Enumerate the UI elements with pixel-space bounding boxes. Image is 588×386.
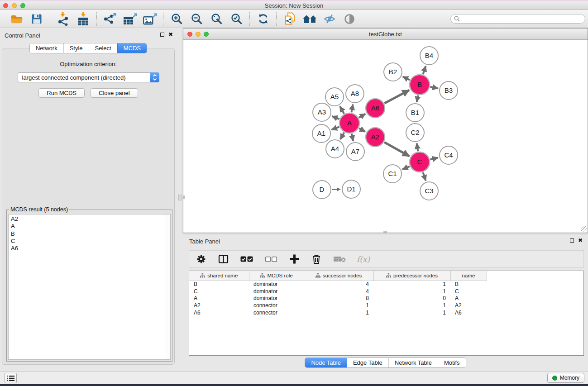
node-C4[interactable]: C4	[440, 146, 458, 164]
zoom-in-button[interactable]	[169, 12, 184, 26]
zoom-selected-button[interactable]	[229, 12, 244, 26]
table-row[interactable]: Bdominator41B	[189, 281, 583, 288]
panel-divider-grip[interactable]	[178, 195, 182, 200]
save-session-button[interactable]	[29, 12, 44, 26]
node-C1[interactable]: C1	[383, 165, 402, 183]
search-field[interactable]	[450, 14, 585, 24]
tab-network-table[interactable]: Network Table	[388, 358, 438, 367]
hide-graphics-details-button[interactable]	[322, 12, 337, 26]
edge-A-A4[interactable]	[340, 133, 344, 139]
zoom-out-button[interactable]	[189, 12, 204, 26]
edge-B-B3[interactable]	[430, 87, 438, 88]
edge-A-A8[interactable]	[351, 105, 353, 113]
mcds-result-item[interactable]: A2	[11, 215, 163, 223]
edge-A-A6[interactable]	[359, 114, 366, 118]
node-A6[interactable]: A6	[366, 99, 385, 118]
edge-C-C2[interactable]	[417, 143, 418, 152]
edge-A6-B[interactable]	[384, 90, 409, 103]
mcds-result-item[interactable]: A6	[11, 245, 163, 252]
mcds-result-item[interactable]: B	[11, 230, 163, 238]
edge-A-A3[interactable]	[332, 116, 339, 119]
add-column-button[interactable]	[288, 253, 300, 265]
export-image-button[interactable]	[143, 12, 157, 26]
edge-A-A2[interactable]	[359, 128, 365, 132]
network-zoom-button[interactable]	[204, 32, 209, 37]
tab-network[interactable]: Network	[30, 43, 63, 53]
column-header-name[interactable]: name	[450, 271, 487, 281]
search-input[interactable]	[462, 16, 582, 22]
clone-network-button[interactable]	[282, 12, 297, 26]
tab-node-table[interactable]: Node Table	[305, 358, 347, 367]
edge-A2-C[interactable]	[384, 142, 409, 156]
criterion-dropdown[interactable]: largest connected component (directed)	[18, 72, 159, 82]
run-mcds-button[interactable]: Run MCDS	[38, 88, 85, 98]
task-history-button[interactable]	[5, 373, 17, 383]
close-window-button[interactable]	[3, 3, 8, 8]
close-table-panel-icon[interactable]: ✖	[578, 238, 583, 243]
edge-B-B1[interactable]	[417, 95, 418, 102]
node-B2[interactable]: B2	[384, 63, 402, 81]
table-row[interactable]: Adominator80A	[189, 295, 583, 302]
select-all-button[interactable]	[239, 253, 254, 265]
edge-A-A1[interactable]	[332, 127, 339, 129]
node-D[interactable]: D	[313, 181, 331, 199]
node-B[interactable]: B	[410, 75, 430, 95]
import-network-button[interactable]	[56, 12, 71, 26]
node-A2[interactable]: A2	[366, 128, 385, 147]
node-A1[interactable]: A1	[312, 124, 330, 143]
minimize-window-button[interactable]	[12, 3, 17, 8]
edge-C-C1[interactable]	[402, 167, 410, 170]
tab-motifs[interactable]: Motifs	[438, 358, 466, 367]
node-A4[interactable]: A4	[326, 140, 344, 158]
edge-B-B4[interactable]	[423, 66, 425, 74]
table-row[interactable]: Cdominator41C	[189, 288, 583, 295]
table-row[interactable]: A6connector11A6	[189, 309, 583, 316]
edge-A-A7[interactable]	[352, 134, 353, 141]
node-D1[interactable]: D1	[342, 180, 360, 198]
column-header-shared-name[interactable]: shared name	[189, 271, 249, 281]
delete-column-button[interactable]	[311, 253, 322, 265]
column-header-successor-nodes[interactable]: successor nodes	[304, 271, 373, 281]
node-A[interactable]: A	[339, 113, 359, 133]
node-C[interactable]: C	[410, 152, 430, 172]
tab-style[interactable]: Style	[63, 43, 89, 53]
deselect-all-button[interactable]	[264, 253, 278, 265]
float-panel-icon[interactable]	[160, 33, 164, 37]
refresh-button[interactable]	[256, 12, 270, 26]
table-settings-button[interactable]	[195, 253, 207, 265]
network-close-button[interactable]	[187, 32, 192, 37]
edge-B-B2[interactable]	[403, 76, 410, 80]
memory-button[interactable]: Memory	[547, 373, 584, 383]
houses-button[interactable]	[302, 12, 317, 26]
tab-mcds[interactable]: MCDS	[117, 43, 147, 53]
zoom-window-button[interactable]	[20, 3, 25, 8]
mcds-result-item[interactable]: A	[11, 223, 163, 230]
node-A5[interactable]: A5	[325, 88, 344, 106]
import-table-button[interactable]	[76, 12, 91, 26]
column-header-MCDS-role[interactable]: MCDS role	[249, 271, 304, 281]
edge-C-C4[interactable]	[430, 157, 438, 159]
open-session-button[interactable]	[10, 12, 24, 26]
show-graphics-details-button[interactable]	[342, 12, 357, 26]
network-canvas[interactable]: B4B2BB3A5A8A6A3AB1A1A2C2A4A7C4CC1C3DD1	[183, 40, 588, 233]
node-B3[interactable]: B3	[440, 81, 458, 100]
node-C3[interactable]: C3	[420, 182, 438, 200]
column-header-predecessor-nodes[interactable]: predecessor nodes	[373, 271, 450, 281]
node-B4[interactable]: B4	[420, 47, 438, 65]
function-builder-button[interactable]: f(x)	[357, 255, 370, 264]
table-row[interactable]: A2connector11A2	[189, 302, 583, 309]
export-table-button[interactable]	[123, 12, 137, 26]
close-panel-icon[interactable]: ✖	[168, 32, 173, 37]
node-C2[interactable]: C2	[406, 124, 424, 142]
network-minimize-button[interactable]	[196, 32, 201, 37]
edge-A-A5[interactable]	[340, 106, 344, 114]
node-A8[interactable]: A8	[346, 85, 364, 103]
show-column-button[interactable]	[217, 253, 229, 265]
mcds-result-item[interactable]: C	[11, 238, 163, 245]
delete-table-button[interactable]	[333, 253, 346, 265]
node-B1[interactable]: B1	[406, 104, 424, 122]
result-list-scrollbar[interactable]	[165, 214, 170, 359]
tab-edge-table[interactable]: Edge Table	[347, 358, 388, 367]
network-window-titlebar[interactable]: testGlobe.txt	[183, 29, 588, 40]
edge-C-C3[interactable]	[423, 172, 425, 181]
